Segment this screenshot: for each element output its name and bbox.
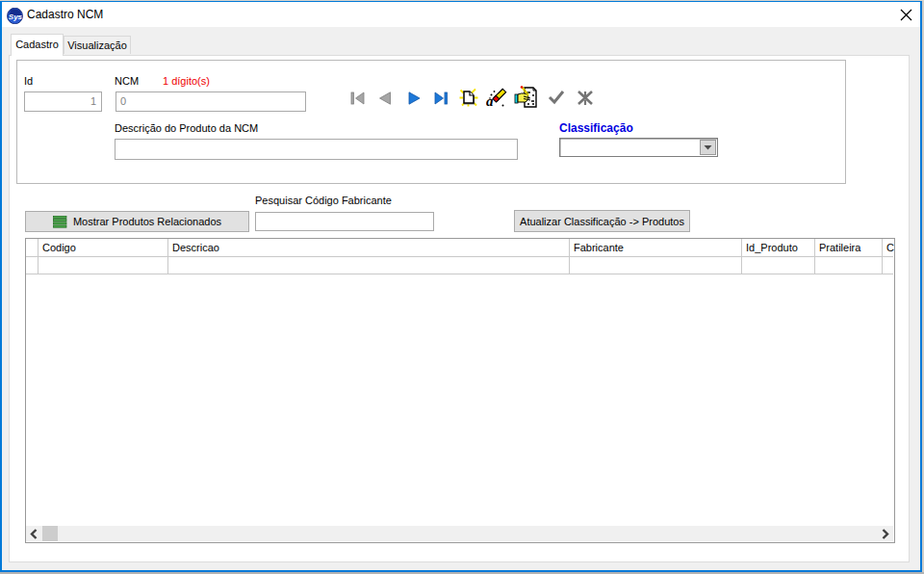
svg-text:a: a [486,93,494,109]
svg-text:Sys: Sys [9,13,23,21]
